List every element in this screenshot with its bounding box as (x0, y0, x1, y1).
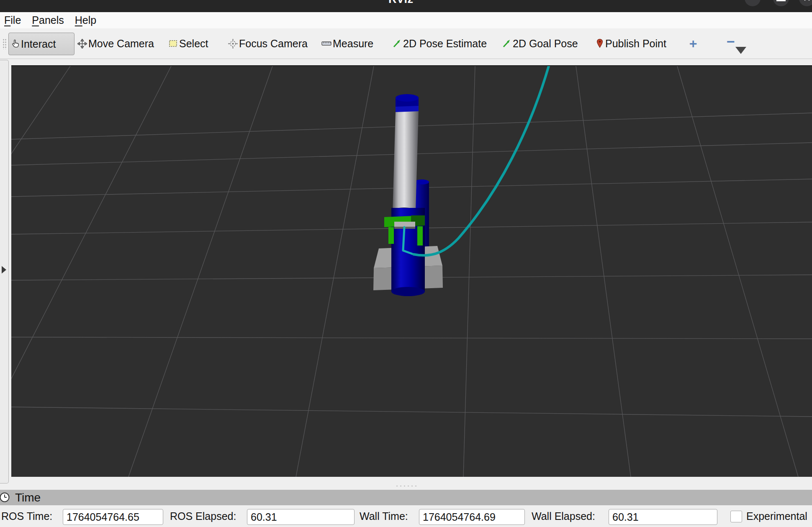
rviz-window: RViz File Panels Help Interact (0, 0, 812, 527)
minimize-icon (776, 0, 786, 1)
panel-splitter-handle[interactable] (395, 485, 417, 487)
tool-interact[interactable]: Interact (8, 33, 75, 55)
menu-file[interactable]: File (4, 14, 21, 26)
wall-elapsed-field[interactable] (609, 509, 717, 525)
tool-select[interactable]: Select (169, 28, 208, 59)
tool-move-camera[interactable]: Move Camera (77, 28, 154, 59)
move-arrows-icon (77, 39, 87, 49)
collapsed-displays-panel[interactable] (0, 60, 9, 484)
menu-help[interactable]: Help (75, 14, 96, 26)
menu-bar: File Panels Help (0, 12, 812, 28)
tool-2d-pose-estimate-label: 2D Pose Estimate (403, 38, 487, 50)
window-button[interactable] (745, 0, 761, 6)
tool-measure[interactable]: Measure (321, 28, 373, 59)
time-panel-title: Time (15, 491, 41, 504)
ros-elapsed-field[interactable] (247, 509, 355, 525)
render-canvas[interactable] (11, 66, 812, 477)
select-box-icon (169, 39, 178, 48)
close-button[interactable] (799, 0, 812, 6)
experimental-label: Experimental (746, 505, 807, 527)
ruler-icon (321, 41, 331, 46)
tool-focus-camera-label: Focus Camera (239, 38, 308, 50)
toolbar: Interact Move Camera Select (0, 28, 812, 59)
tool-2d-goal-pose-label: 2D Goal Pose (513, 38, 578, 50)
time-panel-header[interactable]: Time (0, 490, 812, 505)
tool-publish-point-label: Publish Point (605, 38, 666, 50)
toolbar-drag-handle[interactable] (3, 38, 7, 49)
robot-model (373, 66, 549, 296)
toolbar-overflow-caret[interactable] (735, 47, 746, 54)
tool-publish-point[interactable]: Publish Point (596, 28, 666, 59)
ros-elapsed-label: ROS Elapsed: (170, 505, 236, 527)
green-arrow-icon (393, 39, 402, 48)
map-pin-icon (596, 38, 604, 49)
expand-panel-arrow[interactable] (2, 266, 6, 274)
add-tool-button[interactable]: + (685, 28, 702, 59)
time-panel-fields: ROS Time: ROS Elapsed: Wall Time: Wall E… (0, 505, 812, 527)
focus-crosshair-icon (228, 39, 238, 49)
tool-2d-pose-estimate[interactable]: 2D Pose Estimate (393, 28, 487, 59)
tool-move-camera-label: Move Camera (88, 38, 154, 50)
hand-icon (11, 39, 20, 49)
window-title: RViz (388, 0, 414, 6)
robot-upper-arm (393, 110, 419, 212)
tool-select-label: Select (179, 38, 208, 50)
ros-time-label: ROS Time: (1, 505, 52, 527)
minimize-button[interactable] (773, 0, 789, 6)
wall-elapsed-label: Wall Elapsed: (532, 505, 595, 527)
wall-time-label: Wall Time: (360, 505, 408, 527)
tool-focus-camera[interactable]: Focus Camera (228, 28, 308, 59)
green-arrow-icon (502, 39, 511, 48)
ros-time-field[interactable] (63, 509, 163, 525)
title-bar[interactable]: RViz (0, 0, 812, 12)
tool-2d-goal-pose[interactable]: 2D Goal Pose (502, 28, 578, 59)
experimental-checkbox[interactable] (730, 511, 742, 522)
clock-icon (0, 492, 10, 503)
menu-panels[interactable]: Panels (32, 14, 64, 26)
tool-measure-label: Measure (333, 38, 373, 50)
wall-time-field[interactable] (419, 509, 525, 525)
tool-interact-label: Interact (21, 38, 56, 50)
render-viewport[interactable] (11, 65, 812, 477)
